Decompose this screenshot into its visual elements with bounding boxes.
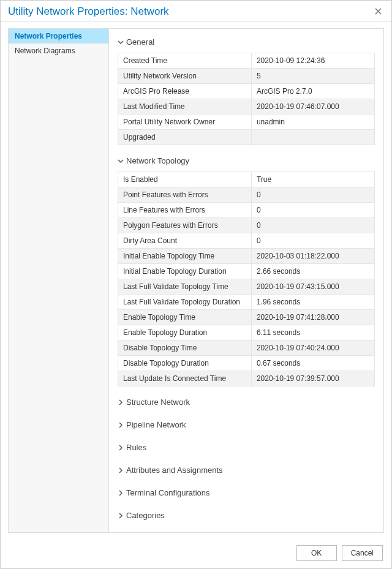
chevron-right-icon <box>118 467 124 473</box>
section-trace-configurations: Trace Configurations <box>118 531 375 533</box>
property-value: 0 <box>251 218 374 233</box>
section-header-rules[interactable]: Rules <box>118 440 375 454</box>
property-name: Last Full Validate Topology Duration <box>118 295 252 310</box>
sidebar-item-label: Network Properties <box>15 32 82 40</box>
section-pipeline-network: Pipeline Network <box>118 418 375 432</box>
table-row: ArcGIS Pro ReleaseArcGIS Pro 2.7.0 <box>118 84 375 99</box>
chevron-right-icon <box>118 490 124 496</box>
property-value: ArcGIS Pro 2.7.0 <box>251 84 374 99</box>
property-value: 2020-10-09 12:24:36 <box>251 53 374 69</box>
section-title: Rules <box>126 443 146 452</box>
table-row: Last Modified Time2020-10-19 07:46:07.00… <box>118 99 375 115</box>
table-row: Disable Topology Time2020-10-19 07:40:24… <box>118 341 375 356</box>
table-row: Portal Utility Network Ownerunadmin <box>118 115 375 130</box>
ok-button[interactable]: OK <box>296 545 337 561</box>
section-title: Network Topology <box>126 156 189 165</box>
sidebar-item-network-properties[interactable]: Network Properties <box>9 29 108 43</box>
table-row: Enable Topology Duration6.11 seconds <box>118 325 375 341</box>
section-network-topology: Network TopologyIs EnabledTruePoint Feat… <box>118 154 375 386</box>
property-name: Initial Enable Topology Time <box>118 249 252 264</box>
chevron-right-icon <box>118 445 124 451</box>
chevron-right-icon <box>118 422 124 428</box>
property-value: 2.66 seconds <box>251 264 374 279</box>
chevron-right-icon <box>118 399 124 405</box>
property-name: Is Enabled <box>118 172 252 187</box>
property-name: Dirty Area Count <box>118 233 252 249</box>
property-value: 2020-10-19 07:40:24.000 <box>251 341 374 356</box>
section-header-pipeline-network[interactable]: Pipeline Network <box>118 418 375 432</box>
section-header-categories[interactable]: Categories <box>118 508 375 522</box>
section-header-attributes-assignments[interactable]: Attributes and Assignments <box>118 463 375 477</box>
table-row: Initial Enable Topology Time2020-10-03 0… <box>118 249 375 264</box>
sidebar-item-label: Network Diagrams <box>15 47 75 55</box>
table-row: Last Full Validate Topology Duration1.96… <box>118 295 375 310</box>
section-general: GeneralCreated Time2020-10-09 12:24:36Ut… <box>118 35 375 145</box>
table-row: Upgraded <box>118 130 375 145</box>
section-header-general[interactable]: General <box>118 35 375 49</box>
section-header-terminal-configurations[interactable]: Terminal Configurations <box>118 486 375 500</box>
section-terminal-configurations: Terminal Configurations <box>118 486 375 500</box>
property-name: Last Modified Time <box>118 99 252 115</box>
table-row: Line Features with Errors0 <box>118 203 375 218</box>
section-title: Terminal Configurations <box>126 488 210 497</box>
property-name: Polygon Features with Errors <box>118 218 252 233</box>
property-name: Last Update Is Connected Time <box>118 371 252 386</box>
section-attributes-assignments: Attributes and Assignments <box>118 463 375 477</box>
property-table-general: Created Time2020-10-09 12:24:36Utility N… <box>118 53 375 145</box>
footer: OK Cancel <box>1 539 391 568</box>
property-value: 0 <box>251 203 374 218</box>
table-row: Last Update Is Connected Time2020-10-19 … <box>118 371 375 386</box>
table-row: Disable Topology Duration0.67 seconds <box>118 356 375 371</box>
section-rules: Rules <box>118 440 375 454</box>
property-value: 1.96 seconds <box>251 295 374 310</box>
close-icon[interactable] <box>372 7 384 17</box>
section-title: Structure Network <box>126 398 190 407</box>
content-panel: GeneralCreated Time2020-10-09 12:24:36Ut… <box>109 28 384 533</box>
section-categories: Categories <box>118 508 375 522</box>
chevron-down-icon <box>118 39 124 45</box>
section-title: Categories <box>126 511 165 520</box>
property-value: 0 <box>251 233 374 249</box>
property-name: Disable Topology Time <box>118 341 252 356</box>
section-header-structure-network[interactable]: Structure Network <box>118 395 375 409</box>
property-value: 2020-10-19 07:41:28.000 <box>251 310 374 325</box>
property-value: 2020-10-19 07:39:57.000 <box>251 371 374 386</box>
chevron-down-icon <box>118 158 124 164</box>
sidebar: Network PropertiesNetwork Diagrams <box>8 28 109 533</box>
cancel-button[interactable]: Cancel <box>342 545 383 561</box>
table-row: Initial Enable Topology Duration2.66 sec… <box>118 264 375 279</box>
table-row: Utility Network Version5 <box>118 69 375 84</box>
property-name: Utility Network Version <box>118 69 252 84</box>
property-value: 2020-10-03 01:18:22.000 <box>251 249 374 264</box>
section-header-network-topology[interactable]: Network Topology <box>118 154 375 168</box>
property-value: True <box>251 172 374 187</box>
property-name: Enable Topology Time <box>118 310 252 325</box>
property-name: Initial Enable Topology Duration <box>118 264 252 279</box>
table-row: Dirty Area Count0 <box>118 233 375 249</box>
section-structure-network: Structure Network <box>118 395 375 409</box>
table-row: Enable Topology Time2020-10-19 07:41:28.… <box>118 310 375 325</box>
table-row: Is EnabledTrue <box>118 172 375 187</box>
dialog-title: Utility Network Properties: Network <box>8 6 169 18</box>
property-name: ArcGIS Pro Release <box>118 84 252 99</box>
section-title: Pipeline Network <box>126 420 186 429</box>
property-value: 2020-10-19 07:43:15.000 <box>251 279 374 295</box>
property-name: Enable Topology Duration <box>118 325 252 341</box>
property-value: 0.67 seconds <box>251 356 374 371</box>
property-value <box>251 130 374 145</box>
titlebar: Utility Network Properties: Network <box>1 1 391 22</box>
property-name: Last Full Validate Topology Time <box>118 279 252 295</box>
property-name: Disable Topology Duration <box>118 356 252 371</box>
property-value: 5 <box>251 69 374 84</box>
property-name: Portal Utility Network Owner <box>118 115 252 130</box>
property-value: 0 <box>251 187 374 203</box>
table-row: Last Full Validate Topology Time2020-10-… <box>118 279 375 295</box>
property-value: unadmin <box>251 115 374 130</box>
section-header-trace-configurations[interactable]: Trace Configurations <box>118 531 375 533</box>
table-row: Created Time2020-10-09 12:24:36 <box>118 53 375 69</box>
property-name: Point Features with Errors <box>118 187 252 203</box>
sidebar-item-network-diagrams[interactable]: Network Diagrams <box>9 43 108 58</box>
section-title: Attributes and Assignments <box>126 465 223 475</box>
section-title: General <box>126 37 154 47</box>
property-value: 2020-10-19 07:46:07.000 <box>251 99 374 115</box>
